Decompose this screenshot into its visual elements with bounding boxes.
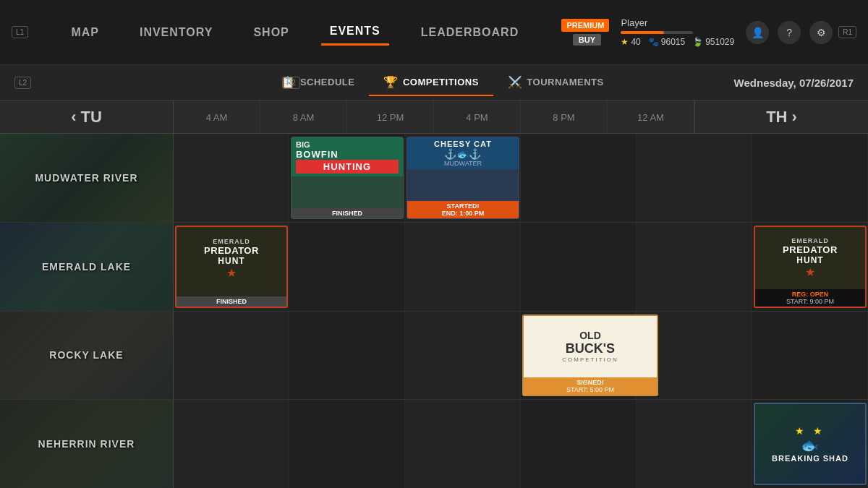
emerald-row: EMERALD LAKE EMERALD PREDATOR HUNT ★ (0, 223, 868, 312)
cell (405, 223, 521, 311)
premium-badge: PREMIUM (561, 19, 609, 32)
breaking-inner: ★ ★ 🐟 BREAKING SHAD (755, 404, 865, 484)
oldbucks-status-bar: SIGNED! START: 5:00 PM (524, 377, 657, 395)
cheesy-end-time: END: 1:00 PM (409, 210, 516, 217)
time-8pm: 8 PM (521, 101, 608, 133)
nav-icons: 👤 ? ⚙ (746, 21, 833, 44)
cheesy-header: CHEESY CAT ⚓🐟⚓ MUDWATER (407, 137, 519, 169)
r2-button[interactable]: R2 (282, 77, 300, 89)
time-12am: 12 AM (608, 101, 694, 133)
cell (405, 400, 521, 488)
time-headers: 4 AM 8 AM 12 PM 4 PM 8 PM 12 AM (174, 101, 694, 133)
mudwater-label: MUDWATER RIVER (0, 134, 174, 222)
prev-arrow-icon: ‹ (71, 108, 76, 127)
next-day-label: TH (766, 108, 787, 127)
breaking-title: BREAKING SHAD (772, 454, 848, 463)
currency1-count: 96015 (661, 37, 685, 47)
rocky-row: ROCKY LAKE OLD BUCK'S COMPETITION (0, 312, 868, 401)
help-icon[interactable]: ? (778, 21, 801, 44)
breaking-event[interactable]: ★ ★ 🐟 BREAKING SHAD (754, 403, 867, 485)
tab-tournaments-label: TOURNAMENTS (527, 77, 603, 87)
cell (174, 400, 289, 488)
sword-icon: ⚔️ (508, 75, 523, 89)
neherrin-label: NEHERRIN RIVER (0, 400, 174, 488)
player-name: Player (621, 17, 734, 28)
bowfin-big-text: BIG (296, 140, 399, 149)
emerald-fin-line2: PREDATOR (204, 245, 259, 256)
l2-button[interactable]: L2 (14, 77, 31, 89)
nav-shop[interactable]: SHOP (244, 20, 297, 45)
date-display: Wednesday, 07/26/2017 (734, 77, 854, 89)
emerald-fin-line1: EMERALD (213, 238, 250, 245)
breaking-stars-icons: ★ ★ (795, 425, 825, 437)
bowfin-event[interactable]: BIG BOWFIN HUNTING FINISHED (291, 137, 404, 219)
cell (752, 134, 868, 222)
emerald-fin-star-icon: ★ (226, 266, 237, 280)
prev-day-button[interactable]: ‹ TU (0, 101, 174, 133)
currency2-stat: 🍃 951029 (692, 37, 734, 47)
nav-events[interactable]: EVENTS (321, 19, 389, 46)
cell (174, 312, 289, 400)
bowfin-hunting-text: HUNTING (296, 160, 399, 174)
neherrin-name: NEHERRIN RIVER (38, 438, 135, 450)
cell (174, 134, 289, 222)
cell (405, 312, 521, 400)
tab-competitions-label: COMPETITIONS (403, 77, 479, 87)
oldbucks-event[interactable]: OLD BUCK'S COMPETITION SIGNED! START: 5:… (522, 314, 658, 397)
breaking-fish-icon: 🐟 (801, 437, 819, 454)
tab-schedule-label: SCHEDULE (300, 77, 355, 87)
cheesy-event[interactable]: CHEESY CAT ⚓🐟⚓ MUDWATER STARTED! END: 1:… (407, 137, 519, 219)
emerald-up-hunt: HUNT (796, 255, 823, 265)
tab-competitions[interactable]: 🏆 COMPETITIONS (369, 69, 493, 96)
oldbucks-competition: COMPETITION (562, 356, 618, 363)
emerald-up-star-icon: ★ (805, 265, 815, 279)
profile-icon[interactable]: 👤 (746, 21, 769, 44)
bowfin-bowfin-text: BOWFIN (296, 149, 399, 160)
cheesy-started-label: STARTED! (409, 202, 516, 210)
star-count: 40 (631, 37, 640, 47)
currency1-icon: 🐾 (648, 37, 659, 47)
emerald-upcoming-event[interactable]: EMERALD PREDATOR HUNT ★ REG: OPEN START:… (754, 226, 867, 308)
buy-button[interactable]: BUY (573, 34, 601, 46)
tab-tournaments[interactable]: ⚔️ TOURNAMENTS (493, 69, 618, 96)
emerald-fin-inner: EMERALD PREDATOR HUNT ★ (176, 227, 286, 291)
player-progress-bar (621, 31, 693, 34)
nav-inventory[interactable]: INVENTORY (131, 20, 221, 45)
oldbucks-inner: OLD BUCK'S COMPETITION (524, 316, 657, 378)
cell (289, 312, 405, 400)
cell (289, 400, 405, 488)
cell (521, 134, 637, 222)
calendar-header: ‹ TU 4 AM 8 AM 12 PM 4 PM 8 PM 12 AM TH … (0, 101, 868, 134)
emerald-label: EMERALD LAKE (0, 223, 174, 311)
l1-button[interactable]: L1 (12, 26, 28, 38)
emerald-up-line1: EMERALD (791, 237, 829, 244)
oldbucks-status-text: SIGNED! (576, 379, 604, 386)
emerald-fin-status: FINISHED (176, 296, 286, 307)
emerald-up-line2: PREDATOR (783, 244, 838, 255)
next-arrow-icon: › (792, 108, 797, 127)
time-4am: 4 AM (174, 101, 260, 133)
next-day-button[interactable]: TH › (694, 101, 868, 133)
calendar-body: MUDWATER RIVER BIG BOWFIN HUNTING FINISH… (0, 134, 868, 488)
tabs-bar: L2 📋 SCHEDULE 🏆 COMPETITIONS ⚔️ TOURNAME… (0, 65, 868, 101)
emerald-finished-event[interactable]: EMERALD PREDATOR HUNT ★ FINISHED (175, 226, 288, 308)
cell (752, 312, 868, 400)
emerald-up-inner: EMERALD PREDATOR HUNT ★ (755, 227, 865, 289)
oldbucks-bucks: BUCK'S (566, 341, 615, 356)
emerald-up-reg: REG: OPEN START: 9:00 PM (755, 289, 865, 307)
neherrin-cells: ★ ★ 🐟 BREAKING SHAD (174, 400, 868, 488)
time-4pm: 4 PM (434, 101, 521, 133)
settings-icon[interactable]: ⚙ (809, 21, 833, 44)
cell (637, 223, 752, 311)
cheesy-status: STARTED! END: 1:00 PM (407, 201, 519, 218)
emerald-up-start-text: START: 9:00 PM (786, 298, 834, 305)
emerald-up-reg-text: REG: OPEN (792, 291, 829, 298)
cheesy-title: CHEESY CAT (410, 140, 516, 148)
neherrin-row: NEHERRIN RIVER ★ ★ 🐟 BREAKING SHAD (0, 400, 868, 488)
cheesy-fish-icon: ⚓🐟⚓ (410, 148, 516, 160)
emerald-name: EMERALD LAKE (42, 261, 131, 273)
bowfin-header: BIG BOWFIN HUNTING (292, 137, 403, 176)
nav-map[interactable]: MAP (62, 20, 108, 45)
r1-button[interactable]: R1 (838, 26, 856, 38)
nav-leaderboard[interactable]: LEADERBOARD (412, 20, 527, 45)
